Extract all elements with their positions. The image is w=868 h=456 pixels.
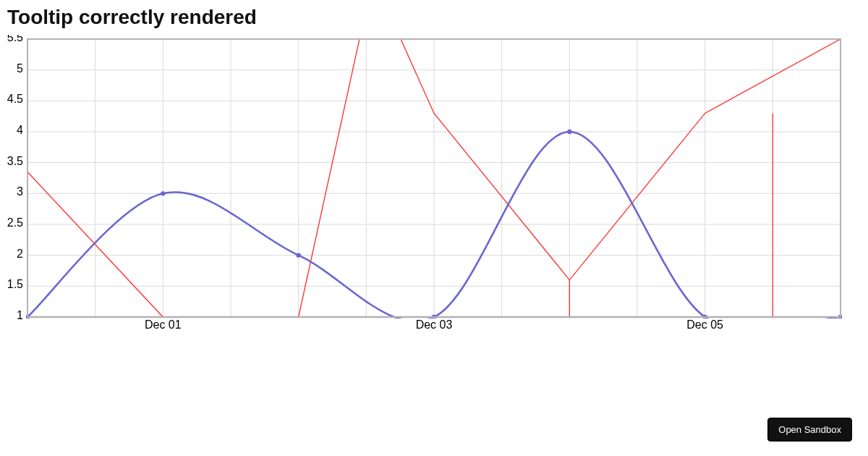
y-tick-label: 1 (17, 309, 23, 321)
y-tick-label: 1.5 (7, 278, 23, 290)
y-tick-label: 2.5 (7, 216, 23, 229)
page-title: Tooltip correctly rendered (7, 6, 861, 29)
y-tick-label: 5 (17, 62, 23, 75)
y-tick-label: 2 (17, 248, 23, 260)
y-tick-label: 4.5 (7, 93, 23, 105)
y-tick-label: 4 (17, 124, 23, 136)
x-tick-label: Dec 01 (145, 318, 182, 331)
y-tick-label: 3 (17, 185, 23, 198)
series-purple-point (567, 130, 571, 134)
x-tick-label: Dec 05 (686, 318, 723, 331)
chart-container: 11.522.533.544.555.5 Dec 01Dec 03Dec 05 (7, 35, 861, 339)
series-purple-point (296, 253, 300, 257)
y-axis: 11.522.533.544.555.5 (7, 35, 23, 321)
series-purple-point (161, 191, 165, 195)
y-tick-label: 5.5 (7, 35, 23, 43)
grid (27, 39, 841, 317)
x-tick-label: Dec 03 (416, 318, 453, 331)
open-sandbox-button[interactable]: Open Sandbox (767, 418, 852, 442)
line-chart: 11.522.533.544.555.5 Dec 01Dec 03Dec 05 (7, 35, 845, 339)
y-tick-label: 3.5 (7, 155, 23, 167)
x-axis: Dec 01Dec 03Dec 05 (145, 318, 723, 331)
